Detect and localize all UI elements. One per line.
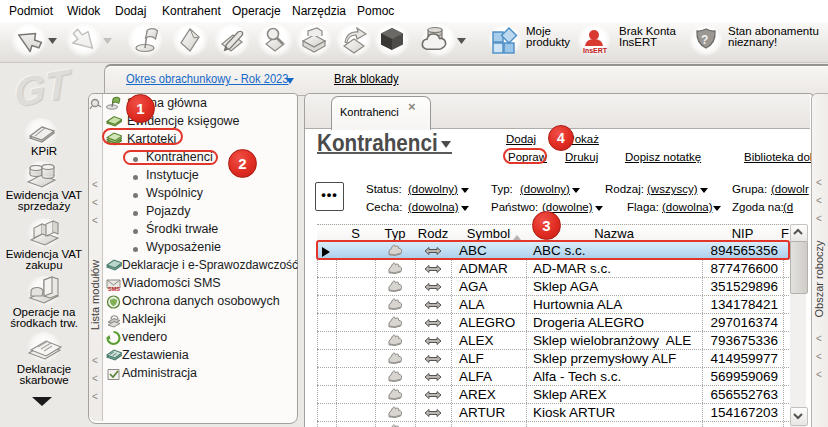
svg-text:SMS: SMS (108, 286, 120, 292)
